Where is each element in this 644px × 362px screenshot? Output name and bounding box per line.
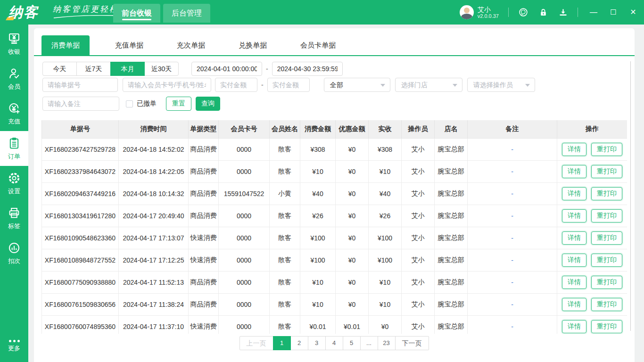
slogan-text: 纳客管店更轻松 [53,5,119,14]
reprint-button[interactable]: 重打印 [591,209,622,222]
column-header: 备注 [468,120,557,138]
reprint-button[interactable]: 重打印 [591,298,622,311]
cell-member: 散客 [270,293,300,315]
cell-paid: ¥40 [369,182,402,205]
detail-button[interactable]: 详情 [562,298,586,311]
reprint-button[interactable]: 重打印 [591,276,622,289]
cell-time: 2024-04-17 11:52:13 [119,271,189,293]
page-button-23[interactable]: 23 [378,336,396,350]
divider [508,8,509,17]
remark-input[interactable] [42,97,119,111]
sidebar-item-deduct[interactable]: 扣次 [0,236,28,271]
reprint-button[interactable]: 重打印 [591,143,622,156]
sidebar-item-labels[interactable]: 标签 [0,201,28,236]
date-to-input[interactable] [272,62,343,76]
reprint-button[interactable]: 重打印 [591,254,622,267]
sidebar-item-member[interactable]: 会员 [0,61,28,96]
column-header: 操作员 [402,120,435,138]
detail-button[interactable]: 详情 [562,254,586,267]
cell-discount: ¥0 [336,205,369,227]
tab-会员卡单据[interactable]: 会员卡单据 [290,35,346,55]
search-button[interactable]: 查询 [196,97,220,111]
window-controls: — ☐ ✕ [589,8,637,16]
cell-card_no: 0000 [219,315,270,334]
cell-type: 商品消费 [189,138,219,160]
amount-max-input[interactable] [267,78,310,92]
next-page-button[interactable]: 下一页 [395,336,429,350]
detail-button[interactable]: 详情 [562,209,586,222]
cell-member: 散客 [270,315,300,334]
nav-tab-front-cashier[interactable]: 前台收银 [113,4,160,23]
nav-tab-back-admin[interactable]: 后台管理 [163,4,210,23]
cell-time: 2024-04-17 11:37:10 [119,315,189,334]
tab-充值单据[interactable]: 充值单据 [105,35,153,55]
store-select[interactable]: 选择门店 [395,78,462,92]
tab-充次单据[interactable]: 充次单据 [167,35,215,55]
order-table-body: XF168023674275297282024-04-18 14:52:02商品… [42,138,627,334]
reprint-button[interactable]: 重打印 [591,231,622,245]
sidebar-item-cashier[interactable]: 收银 [0,26,28,61]
page-button-3[interactable]: 3 [308,336,326,350]
quick-date-本月[interactable]: 本月 [110,62,145,76]
cell-store: 腕宝总部 [435,315,468,334]
maximize-button[interactable]: ☐ [609,8,618,16]
table-row: XF168010898487275522024-04-17 17:12:25快速… [42,249,627,271]
order-type-select[interactable]: 全部 [324,78,390,92]
date-from-input[interactable] [191,62,262,76]
cell-type: 商品消费 [189,182,219,205]
cell-remark: - [468,271,557,293]
cell-actions: 详情重打印 [557,293,627,315]
customer-service-icon[interactable] [518,7,528,17]
sidebar-item-recharge[interactable]: 充值 [0,96,28,131]
cell-time: 2024-04-17 17:12:25 [119,249,189,271]
detail-button[interactable]: 详情 [562,231,586,245]
detail-button[interactable]: 详情 [562,320,586,333]
order-no-input[interactable] [42,78,118,92]
detail-button[interactable]: 详情 [562,165,586,178]
cell-store: 腕宝总部 [435,138,468,160]
close-button[interactable]: ✕ [629,8,637,16]
amount-min-input[interactable] [215,78,257,92]
table-row: XF168007615098306562024-04-17 11:38:24商品… [42,293,627,315]
cell-paid: ¥0 [369,315,402,334]
quick-date-近30天[interactable]: 近30天 [144,62,179,76]
tab-兑换单据[interactable]: 兑换单据 [229,35,277,55]
sidebar-item-more[interactable]: 更多 [0,333,28,359]
detail-button[interactable]: 详情 [562,187,586,200]
operator-select[interactable]: 请选择操作员 [467,78,535,92]
scrollbar-track[interactable] [630,61,631,331]
cancelled-checkbox[interactable] [126,100,133,107]
quick-date-今天[interactable]: 今天 [42,62,77,76]
cell-discount: ¥0.01 [336,315,369,334]
member-search-input[interactable] [123,78,211,92]
reprint-button[interactable]: 重打印 [591,165,622,178]
minimize-button[interactable]: — [589,8,598,16]
cell-remark: - [468,205,557,227]
page-button-4[interactable]: 4 [325,336,343,350]
reset-button[interactable]: 重置 [166,97,191,111]
detail-button[interactable]: 详情 [562,143,586,156]
page-ellipsis[interactable]: ... [360,336,378,350]
cell-type: 商品消费 [189,271,219,293]
cell-operator: 艾小 [402,205,435,227]
download-icon[interactable] [558,7,568,17]
reprint-button[interactable]: 重打印 [591,187,622,200]
filter-row-search: - 全部 选择门店 请选择操作员 [42,78,535,92]
cell-amount: ¥308 [300,138,336,160]
cell-type: 商品消费 [189,160,219,182]
sidebar-item-settings[interactable]: 设置 [0,166,28,201]
page-button-5[interactable]: 5 [343,336,361,350]
sidebar-item-label: 收银 [8,48,20,56]
sidebar: 收银 会员 充值 订单 [0,0,28,362]
cell-member: 小黄 [270,182,300,205]
user-box[interactable]: 艾小 v2.0.0.37 [460,5,499,19]
detail-button[interactable]: 详情 [562,276,586,289]
lock-icon[interactable] [538,7,548,17]
prev-page-button[interactable]: 上一页 [239,336,273,350]
quick-date-近7天[interactable]: 近7天 [76,62,111,76]
page-button-1[interactable]: 1 [273,336,291,350]
page-button-2[interactable]: 2 [290,336,308,350]
tab-消费单据[interactable]: 消费单据 [41,35,90,55]
sidebar-item-orders[interactable]: 订单 [0,131,28,166]
reprint-button[interactable]: 重打印 [591,320,622,333]
